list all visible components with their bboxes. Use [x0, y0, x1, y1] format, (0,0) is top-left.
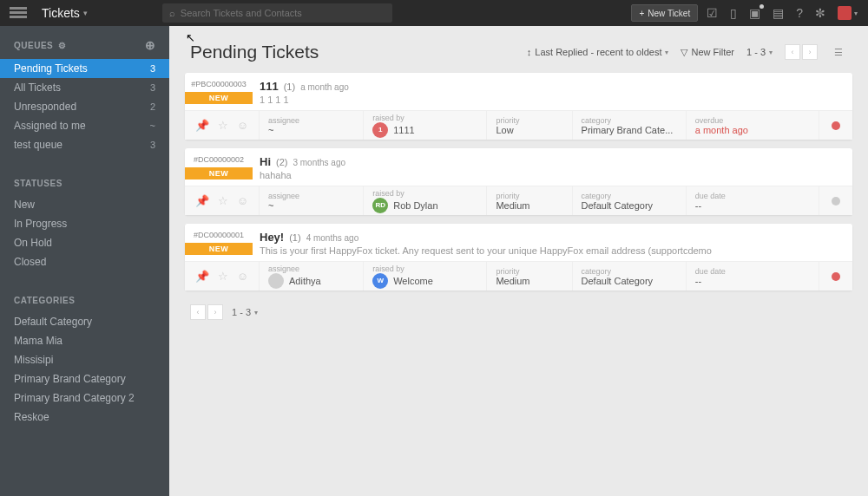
field-value-due: --: [695, 276, 810, 286]
inbox-icon[interactable]: ▣: [749, 6, 760, 20]
app-logo[interactable]: [0, 7, 36, 19]
field-value-raised-by: W Welcome: [372, 273, 477, 289]
ticket-card[interactable]: #PBC00000003 NEW 111 (1) a month ago 1 1…: [185, 73, 852, 140]
sidebar-category-item[interactable]: Default Category: [0, 312, 169, 331]
page-range-label: 1 - 3: [746, 47, 766, 57]
page-range-dropdown[interactable]: 1 - 3 ▾: [746, 47, 773, 57]
ticket-subject: Hi: [260, 155, 271, 168]
ticket-card[interactable]: #DC00000001 NEW Hey! (1) 4 months ago Th…: [185, 224, 852, 290]
filter-dropdown[interactable]: ▽ New Filter: [681, 47, 734, 58]
pager-next-button[interactable]: ›: [207, 304, 223, 320]
field-label-assignee: assignee: [268, 264, 354, 273]
sidebar-queue-item[interactable]: Unresponded2: [0, 97, 169, 116]
ticket-preview: 1 1 1 1: [260, 95, 852, 105]
ticket-reply-count: (2): [276, 157, 287, 167]
star-icon[interactable]: ☆: [218, 270, 228, 283]
page-range-label: 1 - 3: [232, 307, 251, 317]
ticket-status-badge: NEW: [185, 243, 253, 255]
sidebar-queue-item[interactable]: All Tickets3: [0, 78, 169, 97]
ticket-id: #DC00000002: [185, 155, 253, 164]
sidebar-queue-item[interactable]: Pending Tickets3: [0, 59, 169, 78]
chart-icon[interactable]: ▤: [773, 6, 784, 20]
field-label-assignee: assignee: [268, 116, 354, 125]
sidebar-item-label: Reskoe: [14, 411, 49, 423]
field-label-category: category: [582, 192, 677, 200]
sidebar-category-item[interactable]: Primary Brand Category: [0, 369, 169, 388]
ticket-card[interactable]: #DC00000002 NEW Hi (2) 3 months ago haha…: [185, 148, 852, 215]
help-icon[interactable]: ?: [796, 6, 803, 20]
ticket-time: 4 months ago: [306, 233, 359, 243]
field-label-raised-by: raised by: [372, 264, 477, 273]
sidebar-queue-item[interactable]: test queue3: [0, 135, 169, 154]
sidebar-item-label: test queue: [14, 139, 62, 151]
sidebar-item-label: Unresponded: [14, 101, 76, 113]
svg-rect-1: [10, 11, 27, 14]
avatar: [838, 6, 852, 20]
sidebar-status-item[interactable]: In Progress: [0, 214, 169, 233]
page-range-dropdown[interactable]: 1 - 3 ▾: [232, 307, 258, 317]
filter-icon: ▽: [681, 47, 687, 58]
sidebar-item-count: ~: [150, 121, 155, 131]
pager-next-button[interactable]: ›: [802, 44, 818, 60]
sidebar-item-label: On Hold: [14, 237, 52, 249]
sidebar-category-item[interactable]: Primary Brand Category 2: [0, 388, 169, 408]
ticket-time: a month ago: [300, 82, 349, 92]
book-icon[interactable]: ▯: [730, 6, 737, 20]
sidebar-item-label: Primary Brand Category 2: [14, 392, 135, 404]
new-ticket-label: New Ticket: [648, 9, 690, 18]
star-icon[interactable]: ☆: [218, 194, 228, 207]
sidebar-status-item[interactable]: On Hold: [0, 233, 169, 252]
sidebar-item-count: 3: [150, 140, 155, 150]
ticket-time: 3 months ago: [293, 158, 345, 167]
pin-icon[interactable]: 📌: [195, 270, 209, 283]
field-value-due: a month ago: [695, 125, 810, 135]
face-icon[interactable]: ☺: [237, 270, 248, 283]
field-label-assignee: assignee: [268, 192, 354, 200]
module-switcher[interactable]: Tickets ▾: [36, 6, 93, 20]
sidebar-category-item[interactable]: Reskoe: [0, 408, 169, 427]
sidebar-status-item[interactable]: Closed: [0, 252, 169, 271]
field-label-due: overdue: [695, 116, 810, 125]
new-ticket-button[interactable]: + New Ticket: [631, 4, 698, 22]
search-box[interactable]: ⌕: [162, 3, 392, 23]
sidebar-category-item[interactable]: Mama Mia: [0, 331, 169, 350]
sidebar-item-count: 2: [150, 101, 155, 112]
sidebar-category-item[interactable]: Missisipi: [0, 350, 169, 369]
gear-icon[interactable]: ⚙: [58, 41, 67, 50]
field-value-raised-by: 1 1111: [372, 122, 477, 138]
sidebar-item-label: New: [14, 199, 35, 211]
sidebar-item-count: 3: [150, 82, 155, 93]
field-label-category: category: [582, 116, 677, 125]
chevron-down-icon: ▾: [769, 49, 773, 56]
face-icon[interactable]: ☺: [237, 119, 248, 132]
sidebar-status-item[interactable]: New: [0, 195, 169, 214]
gear-icon[interactable]: ✼: [815, 6, 825, 20]
field-value-assignee: Adithya: [268, 273, 354, 289]
ticket-status-badge: NEW: [185, 92, 253, 104]
face-icon[interactable]: ☺: [237, 194, 248, 207]
check-icon[interactable]: ☑: [707, 6, 718, 20]
field-label-due: due date: [695, 192, 810, 200]
ticket-priority-dot: [832, 121, 840, 130]
field-value-category: Default Category: [582, 200, 677, 211]
sidebar-item-label: Assigned to me: [14, 120, 86, 132]
plus-icon: +: [639, 9, 644, 18]
field-label-priority: priority: [496, 192, 562, 200]
user-menu[interactable]: ▾: [838, 6, 858, 20]
categories-heading: CATEGORIES: [14, 296, 155, 305]
sidebar-queue-item[interactable]: Assigned to me~: [0, 116, 169, 135]
star-icon[interactable]: ☆: [218, 119, 228, 132]
pin-icon[interactable]: 📌: [195, 194, 209, 207]
queues-heading: QUEUES ⚙ ⊕: [14, 38, 155, 52]
field-value-category: Default Category: [582, 276, 677, 286]
module-title: Tickets: [42, 6, 80, 20]
pin-icon[interactable]: 📌: [195, 119, 209, 132]
pager-prev-button[interactable]: ‹: [190, 304, 206, 320]
statuses-heading: STATUSES: [14, 179, 155, 188]
pager-prev-button[interactable]: ‹: [785, 44, 800, 60]
search-input[interactable]: [181, 8, 385, 18]
add-queue-button[interactable]: ⊕: [145, 38, 156, 52]
sort-dropdown[interactable]: ↕ Last Replied - recent to oldest ▾: [527, 47, 669, 57]
chevron-down-icon: ▾: [665, 49, 668, 56]
view-toggle-button[interactable]: ☰: [830, 43, 847, 61]
